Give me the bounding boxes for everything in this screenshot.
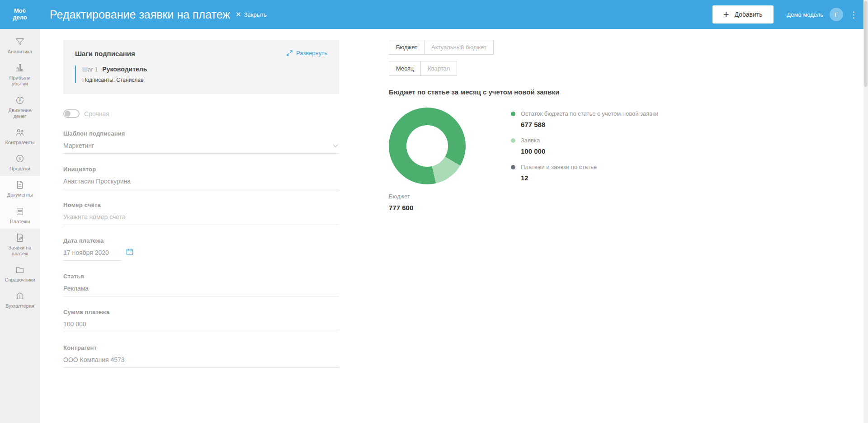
field-label: Контрагент [63, 344, 339, 351]
sidebar-item-label: Бухгалтерия [5, 303, 34, 309]
legend-dot-icon [511, 165, 515, 169]
sidebar-item-accounting[interactable]: Бухгалтерия [0, 287, 40, 313]
legend-item-remainder: Остаток бюджета по статье с учетом новой… [511, 110, 658, 128]
sidebar-item-label: Платежи [10, 219, 30, 225]
cash-flow-icon: ₽ [15, 95, 25, 105]
sidebar-item-profit-loss[interactable]: Прибыли убытки [0, 59, 40, 91]
sidebar-item-sales[interactable]: $ Продажи [0, 150, 40, 176]
step-signers: Подписанты: Станислав [82, 77, 327, 83]
add-button[interactable]: + Добавить [712, 5, 774, 24]
tab-actual-budget[interactable]: Актуальный бюджет [424, 40, 494, 55]
logo-line2: дело [0, 14, 40, 21]
sidebar-item-label: Прибыли убытки [1, 75, 38, 87]
kebab-menu-icon[interactable]: ⋮ [849, 9, 858, 20]
payment-request-form: Шаги подписания Развернуть Шаг 1 Руковод… [63, 40, 339, 368]
logo-line1: Моё [0, 8, 40, 14]
sidebar-item-directories[interactable]: Справочники [0, 261, 40, 287]
sidebar-item-label: Аналитика [8, 49, 32, 55]
close-label: Закрыть [244, 11, 267, 18]
sidebar-item-label: Документы [7, 192, 33, 198]
field-label: Номер счёта [63, 202, 339, 208]
budget-chart: Остаток бюджета по статье с учетом новой… [389, 108, 714, 190]
close-button[interactable]: ✕ Закрыть [236, 10, 267, 19]
tab-month[interactable]: Месяц [389, 61, 421, 76]
payments-icon [15, 207, 25, 216]
budget-tabs: Бюджет Актуальный бюджет [389, 40, 714, 55]
sidebar-item-label: Продажи [9, 166, 30, 172]
main-content: Шаги подписания Развернуть Шаг 1 Руковод… [40, 29, 868, 423]
urgent-toggle-label: Срочная [84, 110, 109, 118]
svg-text:₽: ₽ [19, 98, 21, 103]
calendar-icon[interactable] [126, 248, 134, 258]
directories-icon [15, 265, 25, 275]
svg-text:$: $ [19, 156, 21, 161]
expand-button[interactable]: Развернуть [287, 50, 327, 56]
counterparties-icon [15, 127, 25, 137]
documents-icon [15, 180, 25, 190]
account-number-input[interactable] [63, 208, 339, 225]
field-label: Шаблон подписания [63, 130, 339, 137]
user-menu-label[interactable]: Демо модель [787, 11, 823, 18]
legend-value: 100 000 [521, 147, 658, 155]
add-button-label: Добавить [735, 11, 763, 18]
budget-total-value: 777 600 [389, 204, 714, 212]
sidebar-item-payments[interactable]: Платежи [0, 202, 40, 229]
legend-label: Заявка [521, 137, 540, 144]
chevron-down-icon [333, 144, 338, 148]
field-account-number: Номер счёта [63, 202, 339, 225]
payment-requests-icon [15, 233, 25, 243]
period-tabs: Месяц Квартал [389, 61, 714, 76]
legend-label: Платежи и заявки по статье [521, 164, 597, 170]
budget-total: Бюджет 777 600 [389, 193, 714, 212]
analytics-icon [15, 37, 25, 47]
step-role: Руководитель [102, 66, 147, 73]
field-counterparty: Контрагент [63, 344, 339, 368]
sidebar-item-label: Заявки на платеж [1, 245, 38, 257]
payment-amount-input[interactable] [63, 315, 339, 332]
signing-step: Шаг 1 Руководитель Подписанты: Станислав [75, 66, 327, 83]
sidebar-item-documents[interactable]: Документы [0, 176, 40, 202]
article-input[interactable] [63, 280, 339, 296]
budget-donut-ring [389, 108, 466, 184]
tab-quarter[interactable]: Квартал [420, 61, 457, 76]
sales-icon: $ [15, 154, 25, 164]
vertical-scrollbar[interactable] [863, 0, 868, 423]
budget-panel: Бюджет Актуальный бюджет Месяц Квартал Б… [389, 40, 714, 212]
legend-label: Остаток бюджета по статье с учетом новой… [521, 110, 658, 117]
sidebar-item-label: Контрагенты [5, 140, 35, 146]
plus-icon: + [723, 9, 729, 19]
close-icon: ✕ [236, 10, 241, 19]
tab-budget[interactable]: Бюджет [389, 40, 425, 55]
sidebar-item-analytics[interactable]: Аналитика [0, 33, 40, 59]
initiator-input[interactable] [63, 173, 339, 189]
topbar: Моё дело Редактирование заявки на платеж… [0, 0, 868, 29]
field-label: Дата платежа [63, 237, 339, 244]
profit-loss-icon [15, 63, 25, 73]
urgent-toggle[interactable] [63, 109, 80, 118]
scrollbar-thumb[interactable] [864, 1, 868, 87]
sidebar-item-label: Справочники [5, 277, 35, 283]
sidebar-item-counterparties[interactable]: Контрагенты [0, 123, 40, 150]
payment-date-input[interactable] [63, 244, 121, 261]
counterparty-input[interactable] [63, 351, 339, 368]
sidebar-item-cash-flow[interactable]: ₽ Движение денег [0, 91, 40, 123]
urgent-toggle-row: Срочная [63, 109, 339, 118]
expand-icon [287, 50, 292, 56]
sidebar-item-label: Движение денег [1, 108, 38, 119]
field-label: Сумма платежа [63, 309, 339, 315]
legend-value: 12 [521, 174, 658, 182]
sidebar-item-payment-requests[interactable]: Заявки на платеж [0, 229, 40, 261]
field-payment-amount: Сумма платежа [63, 309, 339, 332]
field-article: Статья [63, 273, 339, 296]
chart-title: Бюджет по статье за месяц с учетом новой… [389, 88, 714, 96]
page-title: Редактирование заявки на платеж [50, 8, 230, 21]
budget-total-label: Бюджет [389, 193, 714, 200]
field-label: Инициатор [63, 166, 339, 173]
app-logo[interactable]: Моё дело [0, 8, 40, 21]
field-initiator: Инициатор [63, 166, 339, 189]
field-signing-template: Шаблон подписания [63, 130, 339, 154]
chart-legend: Остаток бюджета по статье с учетом новой… [511, 108, 658, 190]
signing-template-select[interactable] [63, 137, 339, 154]
legend-value: 677 588 [521, 121, 658, 128]
avatar[interactable]: Г [830, 8, 843, 21]
